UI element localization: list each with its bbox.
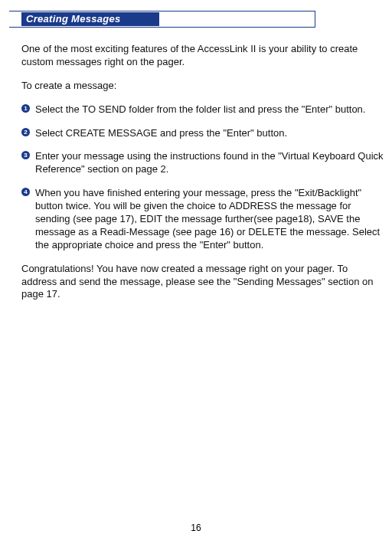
step-number-icon: 2 — [21, 128, 34, 139]
page-number: 16 — [0, 522, 392, 533]
step-text: Select CREATE MESSAGE and press the "Ent… — [35, 127, 386, 140]
step-2: 2 Select CREATE MESSAGE and press the "E… — [21, 127, 386, 140]
intro-paragraph: One of the most exciting features of the… — [21, 43, 386, 69]
step-number-icon: 1 — [21, 104, 34, 115]
step-text: Enter your message using the instruction… — [35, 150, 386, 176]
step-text: Select the TO SEND folder from the folde… — [35, 103, 386, 116]
outro-paragraph: Congratulations! You have now created a … — [21, 263, 386, 302]
step-3: 3 Enter your message using the instructi… — [21, 150, 386, 176]
title-container: Creating Messages — [21, 11, 386, 29]
step-1: 1 Select the TO SEND folder from the fol… — [21, 103, 386, 116]
step-number-icon: 4 — [21, 188, 34, 198]
body-text: One of the most exciting features of the… — [21, 43, 386, 301]
step-4: 4 When you have finished entering your m… — [21, 187, 386, 251]
section-title: Creating Messages — [21, 12, 159, 26]
lead-in: To create a message: — [21, 80, 386, 93]
step-number-icon: 3 — [21, 151, 34, 162]
page-content: Creating Messages One of the most exciti… — [0, 0, 392, 301]
step-text: When you have finished entering your mes… — [35, 187, 386, 251]
